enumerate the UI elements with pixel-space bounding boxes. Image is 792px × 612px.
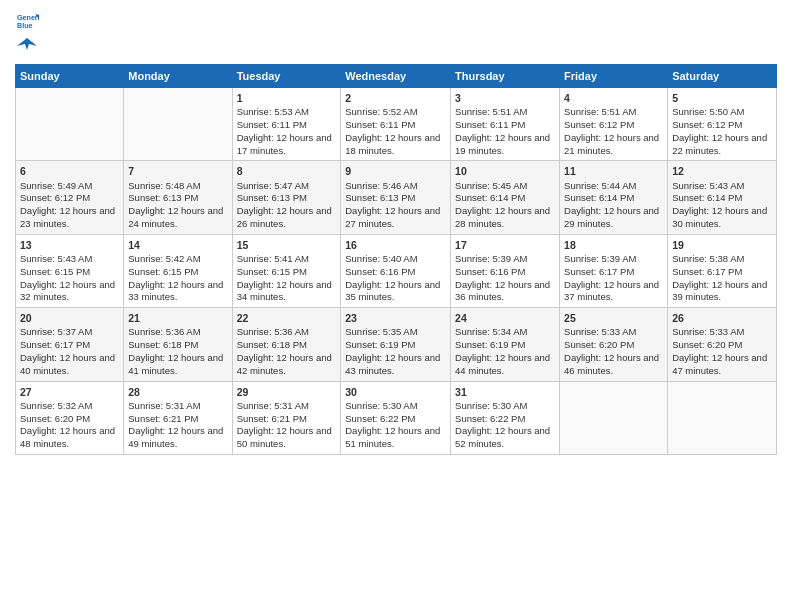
day-info: Sunset: 6:21 PM [128,413,227,426]
weekday-header-monday: Monday [124,65,232,88]
calendar-cell: 8Sunrise: 5:47 AMSunset: 6:13 PMDaylight… [232,161,341,234]
calendar-cell: 3Sunrise: 5:51 AMSunset: 6:11 PMDaylight… [451,88,560,161]
logo: General Blue [15,10,39,56]
calendar-cell: 1Sunrise: 5:53 AMSunset: 6:11 PMDaylight… [232,88,341,161]
day-info: Sunrise: 5:38 AM [672,253,772,266]
day-info: Sunrise: 5:33 AM [564,326,663,339]
day-info: Daylight: 12 hours and 24 minutes. [128,205,227,231]
day-info: Sunset: 6:14 PM [455,192,555,205]
calendar-cell: 9Sunrise: 5:46 AMSunset: 6:13 PMDaylight… [341,161,451,234]
day-info: Sunset: 6:17 PM [672,266,772,279]
day-info: Sunrise: 5:42 AM [128,253,227,266]
day-info: Sunset: 6:11 PM [237,119,337,132]
day-info: Sunset: 6:15 PM [128,266,227,279]
day-info: Sunrise: 5:37 AM [20,326,119,339]
day-info: Daylight: 12 hours and 52 minutes. [455,425,555,451]
day-info: Daylight: 12 hours and 37 minutes. [564,279,663,305]
day-number: 9 [345,164,446,178]
day-info: Sunrise: 5:45 AM [455,180,555,193]
calendar-cell: 30Sunrise: 5:30 AMSunset: 6:22 PMDayligh… [341,381,451,454]
day-info: Sunrise: 5:48 AM [128,180,227,193]
day-info: Sunrise: 5:51 AM [455,106,555,119]
weekday-header-saturday: Saturday [668,65,777,88]
day-info: Daylight: 12 hours and 50 minutes. [237,425,337,451]
day-info: Sunset: 6:11 PM [345,119,446,132]
day-info: Daylight: 12 hours and 19 minutes. [455,132,555,158]
day-info: Sunrise: 5:35 AM [345,326,446,339]
day-info: Daylight: 12 hours and 41 minutes. [128,352,227,378]
calendar-cell: 23Sunrise: 5:35 AMSunset: 6:19 PMDayligh… [341,308,451,381]
day-info: Sunset: 6:12 PM [564,119,663,132]
header: General Blue [15,10,777,56]
day-info: Daylight: 12 hours and 44 minutes. [455,352,555,378]
day-info: Daylight: 12 hours and 23 minutes. [20,205,119,231]
day-number: 25 [564,311,663,325]
day-info: Sunset: 6:13 PM [128,192,227,205]
day-info: Sunrise: 5:32 AM [20,400,119,413]
weekday-header-friday: Friday [560,65,668,88]
weekday-header-sunday: Sunday [16,65,124,88]
day-number: 17 [455,238,555,252]
day-info: Sunrise: 5:36 AM [128,326,227,339]
day-info: Sunrise: 5:52 AM [345,106,446,119]
day-info: Sunset: 6:19 PM [455,339,555,352]
day-number: 14 [128,238,227,252]
calendar-cell: 21Sunrise: 5:36 AMSunset: 6:18 PMDayligh… [124,308,232,381]
calendar-cell [560,381,668,454]
calendar-cell: 16Sunrise: 5:40 AMSunset: 6:16 PMDayligh… [341,234,451,307]
day-number: 31 [455,385,555,399]
day-info: Sunset: 6:21 PM [237,413,337,426]
calendar-cell: 5Sunrise: 5:50 AMSunset: 6:12 PMDaylight… [668,88,777,161]
day-info: Sunrise: 5:43 AM [672,180,772,193]
day-info: Daylight: 12 hours and 48 minutes. [20,425,119,451]
day-number: 4 [564,91,663,105]
day-info: Daylight: 12 hours and 46 minutes. [564,352,663,378]
day-number: 29 [237,385,337,399]
day-info: Daylight: 12 hours and 32 minutes. [20,279,119,305]
day-info: Daylight: 12 hours and 36 minutes. [455,279,555,305]
day-info: Sunrise: 5:46 AM [345,180,446,193]
calendar-cell: 11Sunrise: 5:44 AMSunset: 6:14 PMDayligh… [560,161,668,234]
calendar-table: SundayMondayTuesdayWednesdayThursdayFrid… [15,64,777,455]
day-info: Sunrise: 5:30 AM [455,400,555,413]
week-row-1: 1Sunrise: 5:53 AMSunset: 6:11 PMDaylight… [16,88,777,161]
day-number: 7 [128,164,227,178]
day-info: Sunrise: 5:40 AM [345,253,446,266]
svg-text:Blue: Blue [17,22,33,30]
day-info: Sunset: 6:16 PM [455,266,555,279]
day-info: Sunset: 6:13 PM [237,192,337,205]
day-info: Sunset: 6:13 PM [345,192,446,205]
day-info: Sunrise: 5:51 AM [564,106,663,119]
week-row-3: 13Sunrise: 5:43 AMSunset: 6:15 PMDayligh… [16,234,777,307]
day-number: 2 [345,91,446,105]
day-number: 24 [455,311,555,325]
day-info: Sunset: 6:19 PM [345,339,446,352]
day-info: Daylight: 12 hours and 33 minutes. [128,279,227,305]
calendar-cell: 26Sunrise: 5:33 AMSunset: 6:20 PMDayligh… [668,308,777,381]
day-number: 6 [20,164,119,178]
day-info: Daylight: 12 hours and 47 minutes. [672,352,772,378]
weekday-header-wednesday: Wednesday [341,65,451,88]
day-info: Sunset: 6:17 PM [20,339,119,352]
day-info: Daylight: 12 hours and 22 minutes. [672,132,772,158]
day-number: 21 [128,311,227,325]
day-info: Sunset: 6:20 PM [672,339,772,352]
day-info: Sunset: 6:18 PM [237,339,337,352]
calendar-cell [668,381,777,454]
calendar-cell: 31Sunrise: 5:30 AMSunset: 6:22 PMDayligh… [451,381,560,454]
calendar-cell: 22Sunrise: 5:36 AMSunset: 6:18 PMDayligh… [232,308,341,381]
day-info: Daylight: 12 hours and 34 minutes. [237,279,337,305]
day-number: 8 [237,164,337,178]
day-info: Daylight: 12 hours and 30 minutes. [672,205,772,231]
day-info: Sunset: 6:20 PM [564,339,663,352]
day-info: Daylight: 12 hours and 42 minutes. [237,352,337,378]
day-info: Daylight: 12 hours and 21 minutes. [564,132,663,158]
day-number: 11 [564,164,663,178]
day-info: Daylight: 12 hours and 28 minutes. [455,205,555,231]
calendar-cell: 2Sunrise: 5:52 AMSunset: 6:11 PMDaylight… [341,88,451,161]
day-info: Sunset: 6:22 PM [345,413,446,426]
calendar-cell: 4Sunrise: 5:51 AMSunset: 6:12 PMDaylight… [560,88,668,161]
day-info: Sunrise: 5:33 AM [672,326,772,339]
day-info: Sunrise: 5:31 AM [128,400,227,413]
day-info: Sunset: 6:15 PM [20,266,119,279]
